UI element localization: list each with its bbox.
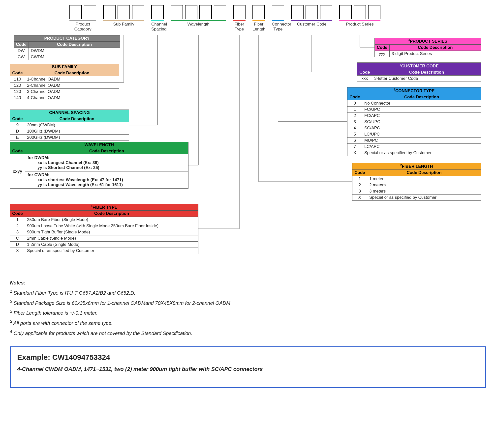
cell-desc: Special or as specified by Customer (362, 150, 481, 156)
table-sub: SUB FAMILYCodeCode Description1101-Chann… (10, 64, 119, 101)
code-box (368, 5, 380, 19)
cell-desc: 250um Bare Fiber (Single Mode) (25, 217, 198, 223)
table-wav: WAVELENGTHCodeCode Descriptionxxyyfor DW… (10, 142, 188, 189)
table-col: Code (10, 116, 25, 122)
cell-desc: 2mm Cable (Single Mode) (25, 235, 198, 241)
tables-area: PRODUCT CATEGORYCodeCode DescriptionDWDW… (10, 35, 486, 273)
cell-desc: 1 meter (367, 176, 481, 182)
cell-desc: LC/APC (362, 143, 481, 150)
table-title: CHANNEL SPACING (10, 110, 129, 116)
table-ser: 4PRODUCT SERIESCodeCode Descriptionyyy3-… (374, 38, 481, 57)
cell-code: 7 (347, 143, 362, 150)
group-label-chan: Channel Spacing (151, 22, 164, 32)
partnumber-boxes (69, 5, 486, 19)
cell-desc: 3 meters (367, 188, 481, 194)
table-title: WAVELENGTH (10, 142, 188, 148)
cell-desc: 1-Channel OADM (25, 76, 119, 83)
cell-code: 120 (10, 83, 25, 89)
code-box (354, 5, 366, 19)
cell-desc: SC/UPC (362, 119, 481, 125)
wavelength-code: xxyy (10, 154, 25, 189)
cell-desc: 20nm (CWDM) (25, 122, 129, 128)
table-row: 0No Connector (347, 100, 481, 106)
note-item: 4 Only applicable for products which are… (10, 328, 486, 338)
table-row: 1101-Channel OADM (10, 76, 119, 83)
group-label-ser: Product Series (339, 22, 380, 32)
cell-desc: 200GHz (DWDM) (25, 135, 129, 141)
table-col: Code (357, 69, 372, 75)
code-box (185, 5, 197, 19)
cell-code: 0 (347, 100, 362, 106)
code-box (118, 5, 130, 19)
code-box (320, 5, 332, 19)
table-row: DWDWDM (14, 48, 120, 54)
cell-code: 130 (10, 89, 25, 95)
cell-code: 140 (10, 95, 25, 101)
example-title: Example: CW14094753324 (17, 353, 479, 362)
code-box (199, 5, 212, 19)
table-conn: 3CONNECTOR TYPECodeCode Description0No C… (347, 87, 481, 156)
code-box (252, 5, 265, 19)
group-label-ftype: Fiber Type (233, 22, 246, 32)
table-title: 2FIBER LENGTH (352, 163, 481, 170)
table-row: 5LC/UPC (347, 131, 481, 137)
code-box (339, 5, 352, 19)
cell-code: 3 (347, 119, 362, 125)
cell-code: 2 (352, 182, 367, 188)
code-box (171, 5, 183, 19)
cell-desc: 4-Channel OADM (25, 95, 119, 101)
table-title: SUB FAMILY (10, 64, 119, 70)
cell-code: 3 (352, 188, 367, 194)
cell-desc: FC/UPC (362, 106, 481, 112)
table-row: XSpecial or as specified by Customer (352, 194, 481, 200)
table-col: Code (375, 44, 390, 51)
table-row: 2FC/APC (347, 112, 481, 119)
table-row: D1.2mm Cable (Single Mode) (10, 241, 198, 248)
note-item: 2 Fiber Length tolerance is +/-0.1 meter… (10, 308, 486, 318)
table-row: xxx3-letter Customer Code (357, 75, 481, 82)
group-labels: Product CategorySub FamilyChannel Spacin… (69, 22, 486, 32)
table-row: 4SC/APC (347, 125, 481, 131)
table-row: 1303-Channel OADM (10, 89, 119, 95)
table-col: Code Description (29, 42, 120, 48)
cell-code: 1 (352, 176, 367, 182)
cell-desc: 100GHz (DWDM) (25, 128, 129, 135)
table-row: D100GHz (DWDM) (10, 128, 129, 135)
table-row: 3900um Tight Buffer (Single Mode) (10, 229, 198, 235)
group-label-flen: Fiber Length (252, 22, 265, 32)
cell-desc: Special or as specified by Customer (367, 194, 481, 200)
table-row: 33 meters (352, 188, 481, 194)
table-row: 1202-Channel OADM (10, 83, 119, 89)
cell-code: 1 (10, 217, 25, 223)
cell-code: D (10, 128, 25, 135)
table-col: Code Description (372, 69, 481, 75)
code-box (132, 5, 144, 19)
table-cust: 4CUSTOMER CODECodeCode Descriptionxxx3-l… (357, 62, 481, 82)
table-row: 2900um Loose Tube White (with Single Mod… (10, 223, 198, 229)
cell-desc: DWDM (29, 48, 120, 54)
table-col: Code (347, 94, 362, 100)
cell-desc: CWDM (29, 54, 120, 60)
cell-code: DW (14, 48, 29, 54)
table-row: XSpecial or as specified by Customer (10, 248, 198, 254)
table-cat: PRODUCT CATEGORYCodeCode DescriptionDWDW… (14, 35, 120, 60)
table-row: yyy3-digit Product Series (375, 51, 481, 57)
table-row: 6MU/PC (347, 137, 481, 143)
table-row: C2mm Cable (Single Mode) (10, 235, 198, 241)
cell-desc: 3-letter Customer Code (372, 75, 481, 82)
table-col: Code (10, 70, 25, 76)
cell-desc: 3-Channel OADM (25, 89, 119, 95)
table-col: Code (14, 42, 29, 48)
cell-desc: MU/PC (362, 137, 481, 143)
code-box (306, 5, 318, 19)
table-col: Code Description (390, 44, 481, 51)
table-title: 4CUSTOMER CODE (357, 63, 481, 69)
cell-code: 2 (347, 112, 362, 119)
cell-desc: LC/UPC (362, 131, 481, 137)
table-col: Code Description (362, 94, 481, 100)
table-row: 22 meters (352, 182, 481, 188)
cell-code: 3 (10, 229, 25, 235)
group-underlines (69, 19, 486, 21)
cell-code: X (347, 150, 362, 156)
cell-code: 4 (347, 125, 362, 131)
